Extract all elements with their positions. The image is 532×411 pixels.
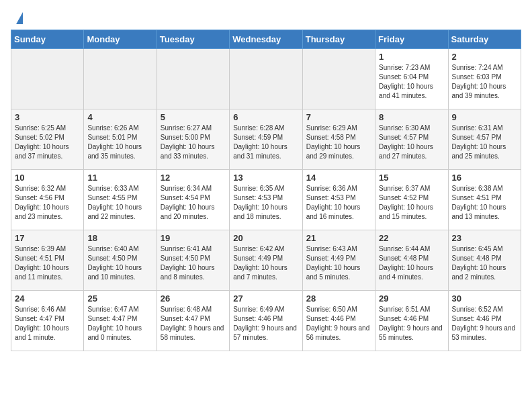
calendar-cell: 16Sunrise: 6:38 AM Sunset: 4:51 PM Dayli…	[448, 170, 521, 230]
calendar-cell: 3Sunrise: 6:25 AM Sunset: 5:02 PM Daylig…	[11, 109, 84, 170]
calendar-cell: 2Sunrise: 7:24 AM Sunset: 6:03 PM Daylig…	[448, 49, 521, 109]
day-info: Sunrise: 6:52 AM Sunset: 4:46 PM Dayligh…	[452, 305, 517, 342]
day-info: Sunrise: 6:34 AM Sunset: 4:54 PM Dayligh…	[161, 184, 226, 222]
day-info: Sunrise: 6:33 AM Sunset: 4:55 PM Dayligh…	[87, 184, 152, 222]
day-info: Sunrise: 6:36 AM Sunset: 4:53 PM Dayligh…	[306, 184, 371, 222]
calendar-cell: 10Sunrise: 6:32 AM Sunset: 4:56 PM Dayli…	[11, 170, 84, 230]
calendar-cell: 7Sunrise: 6:29 AM Sunset: 4:58 PM Daylig…	[302, 109, 375, 170]
day-info: Sunrise: 6:49 AM Sunset: 4:46 PM Dayligh…	[233, 305, 298, 342]
day-info: Sunrise: 6:38 AM Sunset: 4:51 PM Dayligh…	[452, 184, 517, 222]
logo	[13, 11, 23, 24]
day-number: 18	[87, 233, 152, 243]
day-info: Sunrise: 6:31 AM Sunset: 4:57 PM Dayligh…	[452, 124, 517, 161]
weekday-header: Thursday	[302, 30, 375, 49]
calendar-cell: 17Sunrise: 6:39 AM Sunset: 4:51 PM Dayli…	[11, 230, 84, 291]
calendar-cell	[157, 49, 229, 109]
page-header	[0, 0, 532, 30]
day-number: 13	[233, 173, 298, 183]
calendar-cell	[11, 49, 84, 109]
day-number: 17	[15, 233, 80, 243]
day-info: Sunrise: 6:37 AM Sunset: 4:52 PM Dayligh…	[379, 184, 444, 222]
calendar-body: 1Sunrise: 7:23 AM Sunset: 6:04 PM Daylig…	[11, 49, 521, 351]
day-info: Sunrise: 6:29 AM Sunset: 4:58 PM Dayligh…	[306, 124, 371, 161]
calendar-cell: 14Sunrise: 6:36 AM Sunset: 4:53 PM Dayli…	[302, 170, 375, 230]
day-info: Sunrise: 6:30 AM Sunset: 4:57 PM Dayligh…	[379, 124, 444, 161]
day-info: Sunrise: 6:47 AM Sunset: 4:47 PM Dayligh…	[87, 305, 152, 342]
day-number: 2	[452, 52, 517, 62]
day-info: Sunrise: 7:24 AM Sunset: 6:03 PM Dayligh…	[452, 63, 517, 101]
day-number: 6	[233, 112, 298, 122]
calendar-cell: 22Sunrise: 6:44 AM Sunset: 4:48 PM Dayli…	[375, 230, 448, 291]
calendar-cell: 4Sunrise: 6:26 AM Sunset: 5:01 PM Daylig…	[84, 109, 157, 170]
day-number: 11	[87, 173, 152, 183]
calendar-week-row: 17Sunrise: 6:39 AM Sunset: 4:51 PM Dayli…	[11, 230, 521, 291]
calendar-cell: 29Sunrise: 6:51 AM Sunset: 4:46 PM Dayli…	[375, 291, 448, 351]
weekday-header: Monday	[84, 30, 157, 49]
calendar-week-row: 1Sunrise: 7:23 AM Sunset: 6:04 PM Daylig…	[11, 49, 521, 109]
day-info: Sunrise: 7:23 AM Sunset: 6:04 PM Dayligh…	[379, 63, 444, 101]
day-number: 19	[161, 233, 226, 243]
day-info: Sunrise: 6:41 AM Sunset: 4:50 PM Dayligh…	[161, 244, 226, 282]
calendar-cell	[302, 49, 375, 109]
weekday-header: Wednesday	[230, 30, 302, 49]
day-number: 30	[452, 293, 517, 304]
day-info: Sunrise: 6:48 AM Sunset: 4:47 PM Dayligh…	[161, 305, 226, 342]
day-number: 14	[306, 173, 371, 183]
day-number: 16	[452, 173, 517, 183]
day-info: Sunrise: 6:39 AM Sunset: 4:51 PM Dayligh…	[15, 244, 80, 282]
weekday-header: Friday	[375, 30, 448, 49]
day-number: 27	[233, 293, 298, 304]
day-info: Sunrise: 6:28 AM Sunset: 4:59 PM Dayligh…	[233, 124, 298, 161]
calendar-cell: 24Sunrise: 6:46 AM Sunset: 4:47 PM Dayli…	[11, 291, 84, 351]
calendar-cell: 15Sunrise: 6:37 AM Sunset: 4:52 PM Dayli…	[375, 170, 448, 230]
calendar-cell: 23Sunrise: 6:45 AM Sunset: 4:48 PM Dayli…	[448, 230, 521, 291]
calendar-cell: 9Sunrise: 6:31 AM Sunset: 4:57 PM Daylig…	[448, 109, 521, 170]
day-number: 26	[161, 293, 226, 304]
calendar-week-row: 24Sunrise: 6:46 AM Sunset: 4:47 PM Dayli…	[11, 291, 521, 351]
calendar-cell: 21Sunrise: 6:43 AM Sunset: 4:49 PM Dayli…	[302, 230, 375, 291]
day-info: Sunrise: 6:42 AM Sunset: 4:49 PM Dayligh…	[233, 244, 298, 282]
calendar-cell: 27Sunrise: 6:49 AM Sunset: 4:46 PM Dayli…	[230, 291, 302, 351]
day-info: Sunrise: 6:44 AM Sunset: 4:48 PM Dayligh…	[379, 244, 444, 282]
day-number: 1	[379, 52, 444, 62]
day-number: 3	[15, 112, 80, 122]
day-info: Sunrise: 6:45 AM Sunset: 4:48 PM Dayligh…	[452, 244, 517, 282]
day-info: Sunrise: 6:25 AM Sunset: 5:02 PM Dayligh…	[15, 124, 80, 161]
day-info: Sunrise: 6:27 AM Sunset: 5:00 PM Dayligh…	[161, 124, 226, 161]
day-info: Sunrise: 6:51 AM Sunset: 4:46 PM Dayligh…	[379, 305, 444, 342]
calendar-cell: 6Sunrise: 6:28 AM Sunset: 4:59 PM Daylig…	[230, 109, 302, 170]
day-info: Sunrise: 6:26 AM Sunset: 5:01 PM Dayligh…	[87, 124, 152, 161]
calendar-cell	[84, 49, 157, 109]
day-number: 21	[306, 233, 371, 243]
weekday-header: Saturday	[448, 30, 521, 49]
calendar-cell: 5Sunrise: 6:27 AM Sunset: 5:00 PM Daylig…	[157, 109, 229, 170]
day-number: 23	[452, 233, 517, 243]
calendar-cell: 26Sunrise: 6:48 AM Sunset: 4:47 PM Dayli…	[157, 291, 229, 351]
calendar-cell: 8Sunrise: 6:30 AM Sunset: 4:57 PM Daylig…	[375, 109, 448, 170]
calendar-cell: 13Sunrise: 6:35 AM Sunset: 4:53 PM Dayli…	[230, 170, 302, 230]
day-info: Sunrise: 6:50 AM Sunset: 4:46 PM Dayligh…	[306, 305, 371, 342]
calendar-week-row: 10Sunrise: 6:32 AM Sunset: 4:56 PM Dayli…	[11, 170, 521, 230]
day-number: 10	[15, 173, 80, 183]
day-number: 24	[15, 293, 80, 304]
calendar-cell: 28Sunrise: 6:50 AM Sunset: 4:46 PM Dayli…	[302, 291, 375, 351]
day-number: 9	[452, 112, 517, 122]
calendar-cell: 19Sunrise: 6:41 AM Sunset: 4:50 PM Dayli…	[157, 230, 229, 291]
day-info: Sunrise: 6:40 AM Sunset: 4:50 PM Dayligh…	[87, 244, 152, 282]
calendar-cell: 20Sunrise: 6:42 AM Sunset: 4:49 PM Dayli…	[230, 230, 302, 291]
weekday-header: Sunday	[11, 30, 84, 49]
day-number: 4	[87, 112, 152, 122]
calendar-cell: 12Sunrise: 6:34 AM Sunset: 4:54 PM Dayli…	[157, 170, 229, 230]
day-number: 7	[306, 112, 371, 122]
day-number: 25	[87, 293, 152, 304]
day-number: 28	[306, 293, 371, 304]
day-number: 12	[161, 173, 226, 183]
calendar-cell: 30Sunrise: 6:52 AM Sunset: 4:46 PM Dayli…	[448, 291, 521, 351]
calendar-week-row: 3Sunrise: 6:25 AM Sunset: 5:02 PM Daylig…	[11, 109, 521, 170]
calendar-cell	[230, 49, 302, 109]
day-number: 22	[379, 233, 444, 243]
day-info: Sunrise: 6:43 AM Sunset: 4:49 PM Dayligh…	[306, 244, 371, 282]
calendar-cell: 11Sunrise: 6:33 AM Sunset: 4:55 PM Dayli…	[84, 170, 157, 230]
logo-icon	[16, 12, 23, 24]
calendar-cell: 1Sunrise: 7:23 AM Sunset: 6:04 PM Daylig…	[375, 49, 448, 109]
